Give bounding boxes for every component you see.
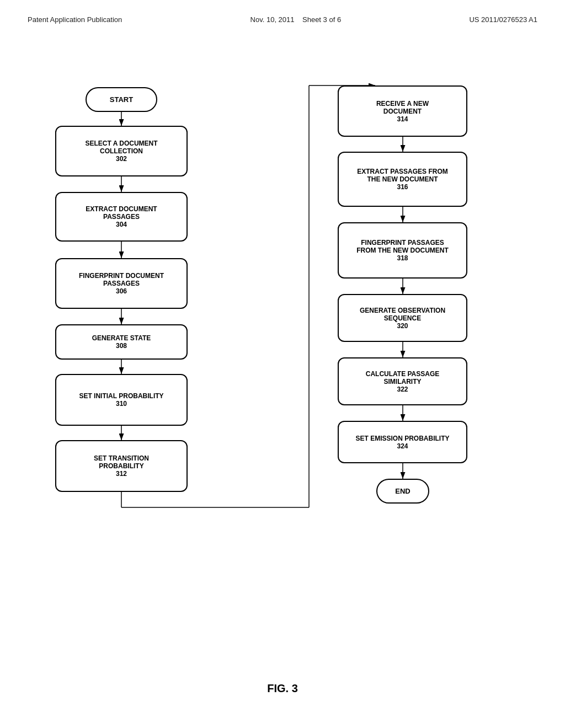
page: Patent Application Publication Nov. 10, … (0, 0, 565, 728)
node-312-label: SET TRANSITION PROBABILITY 312 (94, 454, 149, 478)
start-node: START (86, 87, 157, 112)
node-314-label: RECEIVE A NEW DOCUMENT 314 (376, 100, 429, 123)
node-306: FINGERPRINT DOCUMENT PASSAGES 306 (55, 258, 188, 309)
node-304-label: EXTRACT DOCUMENT PASSAGES 304 (86, 205, 157, 228)
node-320-label: GENERATE OBSERVATION SEQUENCE 320 (360, 307, 445, 330)
node-316: EXTRACT PASSAGES FROM THE NEW DOCUMENT 3… (338, 152, 467, 207)
header-date: Nov. 10, 2011 (250, 15, 295, 24)
node-308-label: GENERATE STATE 308 (92, 334, 151, 350)
node-318: FINGERPRINT PASSAGES FROM THE NEW DOCUME… (338, 222, 467, 279)
header: Patent Application Publication Nov. 10, … (0, 0, 565, 24)
end-label: END (395, 487, 410, 495)
node-324-label: SET EMISSION PROBABILITY 324 (355, 435, 449, 450)
node-322: CALCULATE PASSAGE SIMILARITY 322 (338, 357, 467, 405)
node-306-label: FINGERPRINT DOCUMENT PASSAGES 306 (79, 272, 164, 295)
header-sheet: Sheet 3 of 6 (302, 15, 341, 24)
node-324: SET EMISSION PROBABILITY 324 (338, 421, 467, 463)
start-label: START (110, 95, 133, 104)
node-314: RECEIVE A NEW DOCUMENT 314 (338, 85, 467, 137)
node-316-label: EXTRACT PASSAGES FROM THE NEW DOCUMENT 3… (357, 168, 447, 191)
end-node: END (376, 479, 429, 504)
header-left: Patent Application Publication (28, 15, 122, 24)
node-312: SET TRANSITION PROBABILITY 312 (55, 440, 188, 492)
node-310-label: SET INITIAL PROBABILITY 310 (79, 392, 163, 408)
node-318-label: FINGERPRINT PASSAGES FROM THE NEW DOCUME… (356, 239, 449, 262)
node-302: SELECT A DOCUMENT COLLECTION 302 (55, 126, 188, 176)
header-right: US 2011/0276523 A1 (469, 15, 537, 24)
node-320: GENERATE OBSERVATION SEQUENCE 320 (338, 294, 467, 342)
figure-label: FIG. 3 (267, 682, 298, 695)
node-302-label: SELECT A DOCUMENT COLLECTION 302 (85, 140, 157, 163)
header-center: Nov. 10, 2011 Sheet 3 of 6 (250, 15, 342, 24)
node-322-label: CALCULATE PASSAGE SIMILARITY 322 (366, 370, 440, 393)
node-304: EXTRACT DOCUMENT PASSAGES 304 (55, 192, 188, 242)
node-310: SET INITIAL PROBABILITY 310 (55, 374, 188, 426)
node-308: GENERATE STATE 308 (55, 324, 188, 360)
